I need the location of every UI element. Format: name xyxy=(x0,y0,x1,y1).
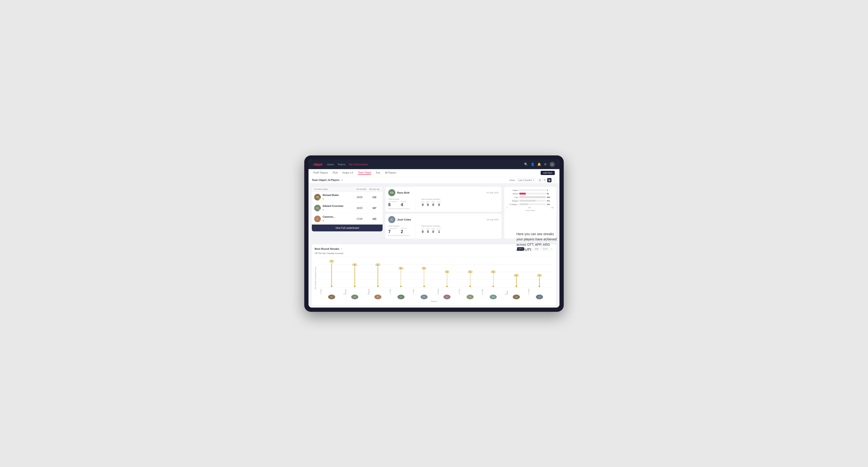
hbar-label: D. Bogeys + xyxy=(507,204,519,205)
table-row[interactable]: EC 2 Edward Crossman ♥ 18/20 107 xyxy=(312,203,382,214)
player-avatar-small: MM xyxy=(490,294,497,299)
player-avg: 103 xyxy=(368,218,380,220)
period-dropdown[interactable]: Last 3 months ▼ xyxy=(517,178,536,182)
bell-icon[interactable]: 🔔 xyxy=(537,162,541,166)
practice-activities-group-2: Total Practice Activities OTT 0 APP xyxy=(421,225,441,236)
streak-bar-item: 3x xyxy=(528,257,551,287)
ott-val-2: 0 xyxy=(421,230,424,234)
player-name-label: B. McHerg xyxy=(343,289,366,294)
left-panel: PLAYER NAME PB SCORE PB AVG SQ RB 1 xyxy=(312,187,382,239)
arrow-indicator: ← xyxy=(340,247,343,250)
nav-my-performance[interactable]: My Performance xyxy=(349,163,368,166)
streak-bar-item: 4x xyxy=(482,257,505,287)
streak-badge: 4x xyxy=(491,271,496,273)
people-icon[interactable]: 👤 xyxy=(531,162,534,166)
rank-badge: 1 xyxy=(318,198,321,200)
top-nav: clippd Home Teams My Performance 🔍 👤 🔔 ⚙… xyxy=(309,160,559,169)
subnav-pga[interactable]: PGA xyxy=(333,172,338,175)
player-info: Cameron... ♥ xyxy=(323,216,350,222)
axis-label-200: 200 xyxy=(528,207,531,209)
subnav-all-players[interactable]: All Players xyxy=(385,172,396,175)
axis-labels: 0 200 400 xyxy=(507,207,554,209)
table-row[interactable]: RB 1 Richard Butler ♥ 19/20 110 xyxy=(312,192,382,203)
app-val-2: 0 xyxy=(426,230,430,234)
app-val: 0 xyxy=(426,203,430,207)
player-avatar-small: EC xyxy=(443,294,451,299)
edit-icon[interactable]: ✏ xyxy=(341,179,343,181)
nav-links: Home Teams My Performance xyxy=(327,163,519,166)
show-label: Show xyxy=(509,179,515,181)
player-name-label: D. Billingham xyxy=(366,289,390,294)
sub-nav: PGAT Players PGA Hcaps 1-5 Team Clippd T… xyxy=(309,169,559,177)
hbar-track xyxy=(519,203,546,205)
hbar-value: 131 xyxy=(547,203,554,206)
nav-home[interactable]: Home xyxy=(327,163,334,166)
nav-teams[interactable]: Teams xyxy=(338,163,345,166)
streak-badge: 3x xyxy=(537,274,542,277)
streaks-chart: Best Streak, Fairway Accuracy xyxy=(315,257,553,299)
card-player-name: Rees Britt xyxy=(397,191,409,194)
player-name-label: D. Ford xyxy=(459,289,482,294)
streaks-section: Best Round Streaks ← OTT APP ARG PUTT ← xyxy=(312,244,556,305)
arg-val-2: 0 xyxy=(431,230,435,234)
streak-bar-dot xyxy=(354,286,355,287)
add-team-button[interactable]: Add Team xyxy=(540,171,555,175)
table-header: PLAYER NAME PB SCORE PB AVG SQ xyxy=(312,187,382,192)
card-header-2: JC Josh Coles 26 Aug 2023 xyxy=(388,216,499,223)
streak-bar-dot xyxy=(423,286,425,287)
arg-val: 0 xyxy=(431,203,435,207)
table-row[interactable]: C 3 Cameron... ♥ 17/20 103 xyxy=(312,214,382,224)
streak-bar-dot xyxy=(516,286,517,287)
table-view-icon[interactable]: ↕ xyxy=(552,178,556,182)
practice-label: Total Practice Activities xyxy=(421,198,441,200)
chart-title: Total Shots xyxy=(507,210,554,212)
player-avatar-small: EE xyxy=(328,294,335,299)
hbar-row-eagles: Eagles 3 xyxy=(507,189,554,191)
streak-badge: 5x xyxy=(399,267,403,270)
rounds-label-2: Total Rounds xyxy=(388,225,409,227)
user-avatar[interactable]: U xyxy=(550,162,555,167)
hbar-row-dbogeys: D. Bogeys + 131 xyxy=(507,203,554,206)
avatar: RB 1 xyxy=(314,194,321,200)
chevron-down-icon: ▼ xyxy=(533,179,534,181)
col-pb-score: PB SCORE xyxy=(354,188,368,190)
hbar-fill-red xyxy=(519,193,526,195)
streak-bar-line xyxy=(331,263,332,286)
player-card-rees: RB Rees Britt 02 Sep 2023 Total Rounds T… xyxy=(385,187,501,212)
player-info: Richard Butler ♥ xyxy=(323,194,350,201)
player-avg: 107 xyxy=(368,207,380,210)
player-name: Cameron... xyxy=(323,216,350,218)
subnav-pgat[interactable]: PGAT Players xyxy=(313,172,328,175)
list-view-icon[interactable]: ☰ xyxy=(542,178,547,182)
practice-activities-group: Total Practice Activities OTT 0 APP xyxy=(421,198,441,210)
streak-bar-item: 7x xyxy=(320,257,343,287)
show-bar: Team Clippd | 14 Players ✏ Show Last 3 m… xyxy=(309,177,559,184)
card-date-2: 26 Aug 2023 xyxy=(487,218,499,221)
annotation-text: Here you can see streaks your players ha… xyxy=(517,231,557,253)
streak-bar-item: 4x xyxy=(436,257,459,287)
search-icon[interactable]: 🔍 xyxy=(524,162,528,166)
nav-icons: 🔍 👤 🔔 ⚙ U xyxy=(524,162,555,167)
annotation: Here you can see streaks your players ha… xyxy=(517,231,557,253)
streaks-bars: 7x6x6x5x5x4x4x4x3x3x xyxy=(318,257,553,287)
card-view-icon[interactable]: ▦ xyxy=(547,178,552,182)
streak-bar-dot xyxy=(469,286,471,287)
streak-bar-dot xyxy=(446,286,448,287)
view-leaderboard-button[interactable]: View Full Leaderboard xyxy=(312,224,382,231)
subnav-team-clippd[interactable]: Team Clippd xyxy=(358,171,371,175)
rank-badge: 3 xyxy=(318,220,321,222)
hbar-row-birdies: Birdies 96 xyxy=(507,193,554,195)
player-avatar-small: DF xyxy=(467,294,474,299)
grid-view-icon[interactable]: ⊞ xyxy=(538,178,542,182)
subnav-tour[interactable]: Tour xyxy=(376,172,380,175)
tournament-rounds: 8 xyxy=(388,203,397,207)
hbar-track xyxy=(519,200,546,201)
player-card-josh: JC Josh Coles 26 Aug 2023 Total Rounds T… xyxy=(385,214,501,239)
player-avatar-small: CQ xyxy=(536,294,543,299)
subnav-hcaps[interactable]: Hcaps 1-5 xyxy=(342,172,353,175)
streak-bar-line xyxy=(539,277,540,286)
settings-icon[interactable]: ⚙ xyxy=(544,162,547,166)
hbar-track xyxy=(519,189,546,191)
view-icons: ⊞ ☰ ▦ ↕ xyxy=(538,178,556,182)
total-rounds-group: Total Rounds Tournament 8 Practice xyxy=(388,198,409,210)
